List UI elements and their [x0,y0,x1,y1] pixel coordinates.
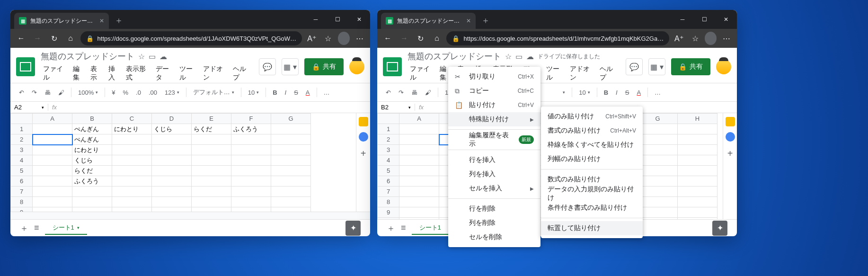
user-avatar[interactable] [349,59,364,74]
doc-title[interactable]: 無題のスプレッドシート [407,51,501,62]
row-header[interactable]: 2 [11,134,33,145]
ctx-paste-transpose[interactable]: 転置して貼り付け [541,221,643,235]
maximize-button[interactable]: ☐ [693,10,715,29]
text-color-button[interactable]: A [303,87,313,98]
cell[interactable]: ぺんぎん [72,124,112,134]
bold-button[interactable]: B [270,87,280,98]
cell-selected[interactable] [33,134,72,145]
ctx-insert-row[interactable]: 行を挿入 [448,153,540,167]
all-sheets-button[interactable]: ≡ [401,223,406,233]
sheet-tab[interactable]: シート1 [412,222,449,235]
row-header[interactable]: 3 [11,145,33,155]
paint-format-button[interactable]: 🖌 [422,87,434,98]
ctx-paste-condfmt[interactable]: 条件付き書式のみ貼り付け [541,201,643,215]
col-header[interactable]: G [638,114,678,124]
profile-avatar[interactable] [338,32,350,45]
zoom-dropdown[interactable]: 100% [75,87,101,98]
row-header[interactable]: 4 [378,155,399,166]
dec-increase-button[interactable]: .00 [146,87,160,98]
row-header[interactable]: 9 [378,207,399,218]
strike-button[interactable]: S [622,87,632,98]
row-header[interactable]: 8 [378,197,399,207]
row-header[interactable]: 4 [11,155,33,166]
cell[interactable]: くじら [152,124,192,134]
menu-help[interactable]: ヘルプ [597,64,620,83]
read-aloud-button[interactable]: A⁺ [672,31,686,46]
more-toolbar-button[interactable]: … [321,87,333,98]
forward-button[interactable]: → [398,31,411,46]
print-button[interactable]: 🖶 [42,87,53,98]
menu-edit[interactable]: 編集 [71,64,87,83]
ctx-delete-row[interactable]: 行を削除 [448,202,540,216]
url-field[interactable]: 🔒 https://docs.google.com/spreadsheets/d… [446,31,669,45]
keep-icon[interactable] [726,117,735,126]
scrollbar-horizontal[interactable] [10,212,370,219]
ctx-insert-col[interactable]: 列を挿入 [448,167,540,181]
italic-button[interactable]: I [613,87,620,98]
row-header[interactable]: 7 [11,187,33,197]
menu-tools[interactable]: ツール [544,64,567,83]
back-button[interactable]: ← [381,31,395,46]
row-header[interactable]: 3 [378,145,399,155]
minimize-button[interactable]: ─ [672,10,693,29]
forward-button[interactable]: → [31,31,44,46]
row-header[interactable]: 6 [11,176,33,187]
close-window-button[interactable]: ✕ [348,10,370,29]
menu-button[interactable]: ⋯ [353,31,366,46]
ctx-paste-special[interactable]: 特殊貼り付け▶ [448,112,540,126]
tasks-icon[interactable] [359,132,368,142]
new-tab-button[interactable]: ＋ [476,15,496,29]
row-header[interactable]: 8 [11,197,33,207]
bold-button[interactable]: B [601,87,611,98]
row-header[interactable]: 1 [378,124,399,134]
move-icon[interactable]: ▭ [515,52,523,61]
more-formats-button[interactable]: 123 [162,87,182,98]
strike-button[interactable]: S [291,87,301,98]
cell[interactable]: らくだ [192,124,231,134]
sheets-logo[interactable] [16,57,35,76]
browser-tab[interactable]: ▦ 無題のスプレッドシート - Google スプ ✕ [14,13,109,29]
row-header[interactable]: 10 [378,218,399,220]
refresh-button[interactable]: ↻ [47,31,61,46]
name-box[interactable]: A2▾ [10,104,48,111]
menu-data[interactable]: データ [153,64,176,83]
font-dropdown[interactable]: デフォルト… [190,86,237,98]
explore-button[interactable]: ✦ [712,221,727,236]
menu-tools[interactable]: ツール [177,64,200,83]
italic-button[interactable]: I [282,87,290,98]
ctx-delete-col[interactable]: 列を削除 [448,216,540,230]
col-header[interactable]: A [33,114,72,124]
comment-history-button[interactable]: 💬 [259,58,276,75]
row-header[interactable]: 7 [378,187,399,197]
addons-plus-button[interactable]: + [724,147,736,160]
col-header[interactable]: B [72,114,112,124]
sheets-logo[interactable] [383,57,402,76]
row-header[interactable]: 5 [11,166,33,176]
row-header[interactable]: 9 [11,207,33,212]
cell[interactable]: らくだ [72,166,112,176]
menu-insert[interactable]: 挿入 [106,64,123,83]
maximize-button[interactable]: ☐ [327,10,348,29]
add-sheet-button[interactable]: ＋ [387,223,395,234]
col-header[interactable]: C [112,114,152,124]
menu-file[interactable]: ファイル [407,64,436,83]
menu-addons[interactable]: アドオン [567,64,596,83]
menu-addons[interactable]: アドオン [201,64,230,83]
dec-decrease-button[interactable]: .0 [133,87,144,98]
cloud-icon[interactable]: ☁ [159,52,167,61]
col-header[interactable]: A [399,114,439,124]
read-aloud-button[interactable]: A⁺ [305,31,319,46]
explore-button[interactable]: ✦ [345,221,361,236]
url-field[interactable]: 🔒 https://docs.google.com/spreadsheets/d… [80,31,302,45]
ctx-insert-cell[interactable]: セルを挿入▶ [448,181,540,196]
menu-button[interactable]: ⋯ [719,31,733,46]
home-button[interactable]: ⌂ [64,31,78,46]
new-tab-button[interactable]: ＋ [109,15,129,29]
more-toolbar-button[interactable]: … [652,87,664,98]
print-button[interactable]: 🖶 [408,87,420,98]
redo-button[interactable]: ↷ [396,87,407,98]
doc-title[interactable]: 無題のスプレッドシート [41,51,134,62]
cell[interactable]: にわとり [112,124,152,134]
ctx-cut[interactable]: ✂切り取りCtrl+X [448,70,540,84]
ctx-paste-colwidth[interactable]: 列幅のみ貼り付け [541,152,643,166]
